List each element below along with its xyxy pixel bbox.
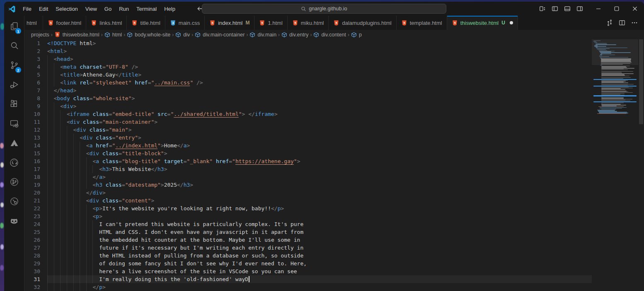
line-content[interactable]: <meta charset="UTF-8" /> xyxy=(47,63,592,71)
line-number[interactable]: 13 xyxy=(24,134,40,142)
line-content[interactable]: future if it's necessary but I'm writing… xyxy=(47,244,592,252)
line-content[interactable]: <title>Athene.Gay</title> xyxy=(47,71,592,79)
close-button[interactable] xyxy=(626,2,644,16)
menu-terminal[interactable]: Terminal xyxy=(133,4,160,14)
line-number[interactable]: 12 xyxy=(24,126,40,134)
tab-1.html[interactable]: 51.html xyxy=(254,16,287,30)
tab-links.html[interactable]: 5links.html xyxy=(86,16,127,30)
line-content[interactable]: <iframe class="embed-title" src="../shar… xyxy=(47,110,592,118)
line-content[interactable]: <head> xyxy=(47,55,592,63)
code-line[interactable]: 9<div> xyxy=(24,102,592,110)
line-number[interactable]: 26 xyxy=(24,236,40,244)
line-content[interactable]: </head> xyxy=(47,87,592,94)
line-content[interactable]: </div> xyxy=(47,189,592,197)
line-content[interactable]: <div class="title-block"> xyxy=(47,149,592,157)
line-number[interactable]: 6 xyxy=(24,79,40,87)
line-number[interactable]: 17 xyxy=(24,165,40,173)
more-actions-icon[interactable] xyxy=(629,17,640,28)
line-number[interactable]: 11 xyxy=(24,118,40,126)
line-number[interactable]: 31 xyxy=(24,275,40,283)
line-number[interactable]: 22 xyxy=(24,204,40,212)
line-number[interactable]: 9 xyxy=(24,102,40,110)
line-number[interactable]: 21 xyxy=(24,197,40,204)
toggle-panel-icon[interactable] xyxy=(561,4,574,14)
activity-explorer[interactable]: 1 xyxy=(4,17,24,36)
code-line[interactable]: 30here's a live screenshot of the site i… xyxy=(24,267,592,275)
code-line[interactable]: 21<div class="content"> xyxy=(24,197,592,204)
line-content[interactable]: <h3>This Website</h3> xyxy=(47,165,592,173)
code-line[interactable]: 5<title>Athene.Gay</title> xyxy=(24,71,592,79)
minimap[interactable] xyxy=(592,39,638,291)
line-number[interactable]: 25 xyxy=(24,228,40,236)
code-line[interactable]: 25HTML and CSS. I don't even have any ja… xyxy=(24,228,592,236)
line-content[interactable]: </p> xyxy=(47,283,592,291)
code-line[interactable]: 26the embedded hit counter at the bottom… xyxy=(24,236,592,244)
line-number[interactable]: 7 xyxy=(24,87,40,94)
line-content[interactable]: <p> xyxy=(47,212,592,220)
line-number[interactable]: 18 xyxy=(24,173,40,181)
code-line[interactable]: 23<p> xyxy=(24,212,592,220)
menu-go[interactable]: Go xyxy=(101,4,115,14)
maximize-button[interactable] xyxy=(608,2,626,16)
breadcrumb-item-html[interactable]: html xyxy=(104,32,122,38)
line-number[interactable]: 15 xyxy=(24,149,40,157)
line-content[interactable]: </a> xyxy=(47,173,592,181)
tab-template.html[interactable]: 5template.html xyxy=(397,16,447,30)
breadcrumb-item-thiswebsite-html[interactable]: 5thiswebsite.html xyxy=(54,31,99,38)
menu-run[interactable]: Run xyxy=(115,4,133,14)
line-content[interactable]: <p>It's the website you're looking at ri… xyxy=(47,204,592,212)
line-number[interactable]: 5 xyxy=(24,71,40,79)
activity-source-control[interactable]: 2 xyxy=(4,55,24,75)
line-number[interactable]: 30 xyxy=(24,267,40,275)
code-line[interactable]: 7</head> xyxy=(24,87,592,94)
code-line[interactable]: 10<iframe class="embed-title" src="../sh… xyxy=(24,110,592,118)
tab-footer.html[interactable]: 5footer.html xyxy=(43,16,87,30)
activity-git-graph[interactable] xyxy=(4,172,24,192)
line-content[interactable]: <link rel="stylesheet" href="../main.css… xyxy=(47,79,592,87)
code-line[interactable]: 22<p>It's the website you're looking at … xyxy=(24,204,592,212)
line-number[interactable]: 27 xyxy=(24,244,40,252)
tab-miku.html[interactable]: 5miku.html xyxy=(288,16,329,30)
code-line[interactable]: 15<div class="title-block"> xyxy=(24,149,592,157)
scrollbar-slider[interactable] xyxy=(639,39,643,124)
line-content[interactable]: <a href="../index.html">Home</a> xyxy=(47,142,592,149)
line-number[interactable]: 28 xyxy=(24,252,40,260)
tab-dalamudplugins.html[interactable]: 5dalamudplugins.html xyxy=(329,16,396,30)
breadcrumb-item-div[interactable]: div xyxy=(175,32,190,38)
code-line[interactable]: 20</div> xyxy=(24,189,592,197)
line-number[interactable]: 8 xyxy=(24,94,40,102)
menu-selection[interactable]: Selection xyxy=(52,4,81,14)
menu-view[interactable]: View xyxy=(82,4,101,14)
line-number[interactable]: 16 xyxy=(24,157,40,165)
menu-help[interactable]: Help xyxy=(160,4,179,14)
code-line[interactable]: 29of doing some fancy shit I don't see w… xyxy=(24,260,592,267)
line-content[interactable]: <div class="main-container"> xyxy=(47,118,592,126)
line-content[interactable]: the HTML instead of pulling from a datab… xyxy=(47,252,592,260)
line-number[interactable]: 4 xyxy=(24,63,40,71)
line-content[interactable]: <div> xyxy=(47,102,592,110)
activity-godot-tools[interactable] xyxy=(4,211,24,231)
line-content[interactable]: I can't pretend this website is particul… xyxy=(47,220,592,228)
code-line[interactable]: 1<!DOCTYPE html> xyxy=(24,39,592,47)
dirty-indicator[interactable] xyxy=(510,21,513,24)
tab-title.html[interactable]: 5title.html xyxy=(127,16,165,30)
line-number[interactable]: 2 xyxy=(24,47,40,55)
breadcrumb-item-div-main[interactable]: div.main xyxy=(249,32,276,38)
code-line[interactable]: 4<meta charset="UTF-8" /> xyxy=(24,63,592,71)
line-content[interactable]: <a class="blog-title" target="_blank" hr… xyxy=(47,157,592,165)
activity-triangle-logo[interactable] xyxy=(4,133,24,153)
line-content[interactable]: <h3 class="datestamp">2025</h3> xyxy=(47,181,592,189)
breadcrumb-item-p[interactable]: p xyxy=(351,32,362,38)
breadcrumb-item-div-content[interactable]: div.content xyxy=(313,32,346,38)
breadcrumb-item-div-main-container[interactable]: div.main-container xyxy=(195,32,245,38)
line-content[interactable]: the embedded hit counter at the bottom. … xyxy=(47,236,592,244)
code-line[interactable]: 6<link rel="stylesheet" href="../main.cs… xyxy=(24,79,592,87)
code-line[interactable]: 2<html> xyxy=(24,47,592,55)
line-number[interactable]: 1 xyxy=(24,39,40,47)
code-line[interactable]: 14<a href="../index.html">Home</a> xyxy=(24,142,592,149)
minimize-button[interactable] xyxy=(589,2,608,16)
line-content[interactable]: <body class="whole-site"> xyxy=(47,94,592,102)
menu-edit[interactable]: Edit xyxy=(35,4,52,14)
line-content[interactable]: here's a live screenshot of the site in … xyxy=(47,267,592,275)
line-number[interactable]: 3 xyxy=(24,55,40,63)
